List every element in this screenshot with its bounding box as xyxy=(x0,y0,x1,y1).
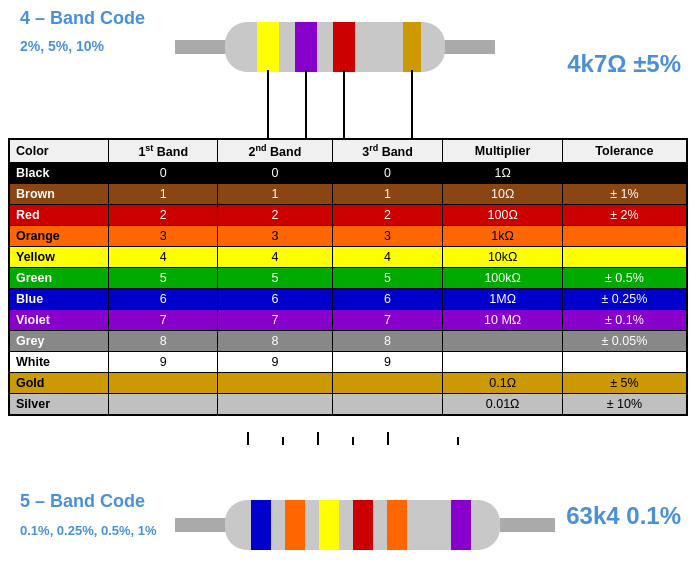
col-b1: 7 xyxy=(109,310,218,331)
col-tol: ± 0.1% xyxy=(562,310,687,331)
col-mult: 0.01Ω xyxy=(443,394,562,416)
col-mult xyxy=(443,331,562,352)
col-b3: 2 xyxy=(332,205,443,226)
col-mult: 0.1Ω xyxy=(443,373,562,394)
col-b2: 0 xyxy=(218,163,332,184)
col-color: Color xyxy=(9,139,109,163)
col-color: Green xyxy=(9,268,109,289)
col-b1: 5 xyxy=(109,268,218,289)
col-b2: 8 xyxy=(218,331,332,352)
col-b3: 1 xyxy=(332,184,443,205)
col-tol xyxy=(562,226,687,247)
5band-tolerance: 0.1%, 0.25%, 0.5%, 1% xyxy=(20,523,157,538)
col-tol: ± 0.5% xyxy=(562,268,687,289)
col-b3 xyxy=(332,373,443,394)
table-row: Blue6661MΩ± 0.25% xyxy=(9,289,687,310)
col-color: Red xyxy=(9,205,109,226)
col-b1: 1 xyxy=(109,184,218,205)
table-row: Silver0.01Ω± 10% xyxy=(9,394,687,416)
col-b1: 2 xyxy=(109,205,218,226)
table-row: Grey888± 0.05% xyxy=(9,331,687,352)
col-tol: ± 5% xyxy=(562,373,687,394)
svg-rect-0 xyxy=(175,40,230,54)
table-row: White999 xyxy=(9,352,687,373)
col-b1: 6 xyxy=(109,289,218,310)
table-row: Violet77710 MΩ± 0.1% xyxy=(9,310,687,331)
col-tol: ± 0.25% xyxy=(562,289,687,310)
col-b1: 3 xyxy=(109,226,218,247)
col-mult: 1kΩ xyxy=(443,226,562,247)
col-b3 xyxy=(332,394,443,416)
col-b1: 9 xyxy=(109,352,218,373)
col-b1 xyxy=(109,394,218,416)
col-color: Brown xyxy=(9,184,109,205)
4band-label: 4 – Band Code xyxy=(20,8,145,29)
col-tolerance: Tolerance xyxy=(562,139,687,163)
col-mult: 1Ω xyxy=(443,163,562,184)
table-row: Yellow44410kΩ xyxy=(9,247,687,268)
svg-rect-6 xyxy=(403,22,421,72)
col-tol: ± 0.05% xyxy=(562,331,687,352)
col-b2: 7 xyxy=(218,310,332,331)
col-mult: 10 MΩ xyxy=(443,310,562,331)
col-b2 xyxy=(218,394,332,416)
table-row: Green555100kΩ± 0.5% xyxy=(9,268,687,289)
col-b2: 4 xyxy=(218,247,332,268)
svg-rect-3 xyxy=(257,22,279,72)
svg-rect-21 xyxy=(175,518,230,532)
col-tol: ± 2% xyxy=(562,205,687,226)
col-b2: 2 xyxy=(218,205,332,226)
svg-rect-1 xyxy=(440,40,495,54)
svg-rect-29 xyxy=(451,500,471,550)
col-b3: 6 xyxy=(332,289,443,310)
svg-rect-5 xyxy=(333,22,355,72)
col-mult: 10Ω xyxy=(443,184,562,205)
svg-rect-24 xyxy=(251,500,271,550)
col-b2: 6 xyxy=(218,289,332,310)
table-row: Orange3331kΩ xyxy=(9,226,687,247)
col-color: Grey xyxy=(9,331,109,352)
col-b3: 8 xyxy=(332,331,443,352)
table-row: Brown11110Ω± 1% xyxy=(9,184,687,205)
col-tol xyxy=(562,352,687,373)
col-b2: 9 xyxy=(218,352,332,373)
col-b1: 0 xyxy=(109,163,218,184)
svg-rect-22 xyxy=(500,518,555,532)
col-b3: 7 xyxy=(332,310,443,331)
connectors-top xyxy=(175,70,495,145)
svg-rect-26 xyxy=(319,500,339,550)
4band-value: 4k7Ω ±5% xyxy=(567,50,681,78)
top-section: 4 – Band Code 2%, 5%, 10% 4k7Ω ±5% xyxy=(0,0,696,145)
col-b3: 5 xyxy=(332,268,443,289)
col-mult xyxy=(443,352,562,373)
col-band3: 3rd Band xyxy=(332,139,443,163)
col-mult: 1MΩ xyxy=(443,289,562,310)
resistor-5band xyxy=(175,490,555,560)
col-tol xyxy=(562,247,687,268)
svg-rect-25 xyxy=(285,500,305,550)
svg-rect-28 xyxy=(387,500,407,550)
bottom-section: 5 – Band Code 0.1%, 0.25%, 0.5%, 1% 63k4… xyxy=(0,445,696,580)
col-b2 xyxy=(218,373,332,394)
table-row: Red222100Ω± 2% xyxy=(9,205,687,226)
table-header: Color 1st Band 2nd Band 3rd Band Multipl… xyxy=(9,139,687,163)
table-row: Black0001Ω xyxy=(9,163,687,184)
col-band1: 1st Band xyxy=(109,139,218,163)
col-b2: 3 xyxy=(218,226,332,247)
col-multiplier: Multiplier xyxy=(443,139,562,163)
col-b2: 1 xyxy=(218,184,332,205)
col-tol: ± 1% xyxy=(562,184,687,205)
col-color: Orange xyxy=(9,226,109,247)
5band-label: 5 – Band Code xyxy=(20,491,145,512)
col-b3: 4 xyxy=(332,247,443,268)
color-code-table: Color 1st Band 2nd Band 3rd Band Multipl… xyxy=(8,138,688,416)
col-b1 xyxy=(109,373,218,394)
col-mult: 10kΩ xyxy=(443,247,562,268)
col-mult: 100Ω xyxy=(443,205,562,226)
svg-rect-27 xyxy=(353,500,373,550)
col-b3: 0 xyxy=(332,163,443,184)
col-b3: 3 xyxy=(332,226,443,247)
svg-rect-4 xyxy=(295,22,317,72)
col-color: Violet xyxy=(9,310,109,331)
col-color: Gold xyxy=(9,373,109,394)
